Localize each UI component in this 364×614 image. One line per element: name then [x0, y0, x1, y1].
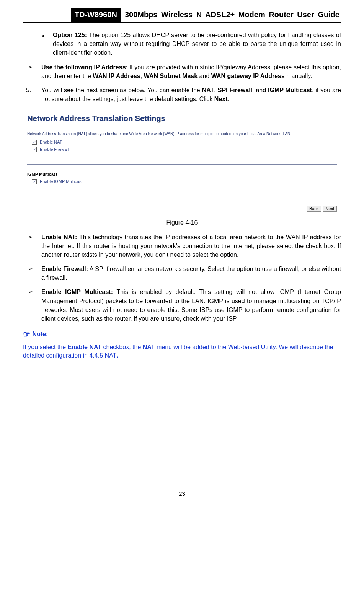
enable-igmp-label: Enable IGMP Multicast [40, 179, 83, 185]
step-number: 5. [26, 86, 31, 95]
note-label: Note: [32, 331, 48, 337]
enable-nat-label: Enable NAT [40, 139, 62, 145]
divider [27, 127, 337, 127]
next-button[interactable]: Next [323, 206, 337, 212]
pointing-hand-icon: ☞ [23, 330, 31, 339]
enable-igmp-row: ✓ Enable IGMP Multicast [32, 179, 337, 185]
page-header: TD-W8960N 300Mbps Wireless N ADSL2+ Mode… [23, 8, 341, 23]
enable-nat-desc: Enable NAT: This technology translates t… [28, 233, 341, 260]
step-5-item: 5. You will see the next screen as below… [23, 86, 341, 103]
figure-caption: Figure 4-16 [23, 218, 341, 227]
note-body: If you select the Enable NAT checkbox, t… [23, 343, 341, 359]
figure-title: Network Address Translation Settings [27, 113, 337, 124]
option-125-item: Option 125: The option 125 allows DHCP s… [42, 31, 341, 57]
enable-igmp-checkbox[interactable]: ✓ [32, 179, 37, 184]
nat-settings-screenshot: Network Address Translation Settings Net… [23, 109, 341, 216]
enable-nat-row: ✓ Enable NAT [32, 139, 337, 145]
divider [27, 194, 337, 194]
enable-igmp-desc: Enable IGMP Multicast: This is enabled b… [28, 287, 341, 323]
back-button[interactable]: Back [307, 206, 321, 212]
figure-desc: Network Address Translation (NAT) allows… [27, 131, 337, 137]
option-125-label: Option 125: [53, 32, 87, 38]
igmp-heading: IGMP Multicast [27, 171, 337, 178]
page-number: 23 [23, 490, 341, 498]
enable-firewall-row: ✓ Enable Firewall [32, 147, 337, 153]
nat-section-link[interactable]: 4.4.5 NAT [89, 352, 116, 359]
note-header: ☞ Note: [23, 328, 341, 341]
guide-title: 300Mbps Wireless N ADSL2+ Modem Router U… [121, 8, 341, 22]
model-number: TD-W8960N [71, 8, 121, 22]
enable-firewall-desc: Enable Firewall: A SPI firewall enhances… [28, 265, 341, 282]
use-ip-label: Use the following IP Address [41, 64, 126, 70]
divider [27, 164, 337, 165]
option-125-text: The option 125 allows DHCP server to be … [53, 32, 341, 56]
enable-firewall-label: Enable Firewall [40, 147, 69, 153]
enable-firewall-checkbox[interactable]: ✓ [32, 147, 37, 152]
enable-nat-checkbox[interactable]: ✓ [32, 140, 37, 145]
use-ip-item: Use the following IP Address: If you are… [28, 63, 341, 80]
